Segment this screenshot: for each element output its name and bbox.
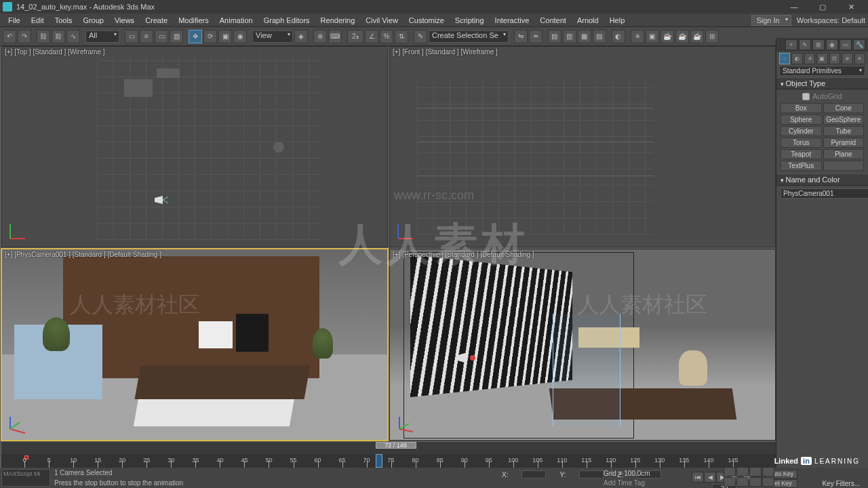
goto-start-button[interactable]: ⏮ (692, 472, 704, 483)
menu-civil-view[interactable]: Civil View (360, 15, 403, 26)
zoom-extents-all-button[interactable] (762, 467, 774, 476)
link-button[interactable]: ⛓ (37, 30, 50, 43)
geometry-icon[interactable]: ○ (779, 53, 790, 64)
render-setup-button[interactable]: ✳ (631, 30, 644, 43)
modify-tab[interactable]: ✎ (799, 39, 811, 50)
menu-graph-editors[interactable]: Graph Editors (258, 15, 315, 26)
menu-animation[interactable]: Animation (214, 15, 258, 26)
primitive-box[interactable]: Box (781, 103, 822, 113)
primitive-plane[interactable]: Plane (823, 149, 865, 159)
use-pivot-button[interactable]: ◈ (294, 30, 308, 43)
curve-editor-button[interactable]: ▦ (578, 30, 591, 43)
category-dropdown[interactable]: Standard Primitives (779, 66, 865, 76)
menu-tools[interactable]: Tools (50, 15, 78, 26)
rollout-name-color[interactable]: Name and Color (776, 174, 868, 186)
select-object-button[interactable]: ▭ (125, 30, 138, 43)
primitive-pyramid[interactable]: Pyramid (823, 138, 865, 148)
timeline-ruler[interactable]: 0510152025303540455055606570758085909510… (1, 454, 776, 468)
display-tab[interactable]: ▭ (840, 39, 852, 50)
primitive-torus[interactable]: Torus (781, 138, 822, 148)
spacewarps-icon[interactable]: ≋ (842, 53, 852, 64)
hierarchy-tab[interactable]: ⊞ (812, 39, 825, 50)
menu-group[interactable]: Group (77, 15, 109, 26)
selection-filter[interactable]: All (85, 30, 119, 43)
layers-button[interactable]: ▤ (548, 30, 561, 43)
menu-help[interactable]: Help (604, 15, 631, 26)
select-move-button[interactable]: ✥ (189, 30, 202, 43)
window-crossing-button[interactable]: ▧ (170, 30, 183, 43)
primitive-textplus[interactable]: TextPlus (781, 161, 822, 171)
material-editor-button[interactable]: ◐ (612, 30, 625, 43)
zoom-extents-button[interactable] (749, 467, 762, 476)
viewport-label-camera[interactable]: [+] [PhysCamera001 ] [Standard ] [Defaul… (5, 251, 161, 258)
autogrid-checkbox[interactable]: AutoGrid (781, 92, 864, 100)
primitive-geosphere[interactable]: GeoSphere (823, 115, 865, 125)
time-slider-thumb[interactable]: 72 / 149 (376, 442, 416, 449)
x-field[interactable] (521, 470, 546, 479)
signin-dropdown[interactable]: Sign In (751, 15, 791, 26)
render-iter-button[interactable]: ☕ (675, 30, 689, 43)
track-bar[interactable]: 72 / 149 (1, 442, 776, 454)
select-rotate-button[interactable]: ⟳ (203, 30, 217, 43)
rendered-frame-button[interactable]: ▣ (646, 30, 659, 43)
manipulate-button[interactable]: ⊕ (313, 30, 327, 43)
close-button[interactable]: ✕ (837, 0, 865, 14)
menu-content[interactable]: Content (534, 15, 572, 26)
undo-button[interactable]: ↶ (3, 30, 16, 43)
prev-frame-button[interactable]: ◀ (704, 472, 716, 483)
max-toggle-button[interactable] (762, 477, 774, 487)
menu-scripting[interactable]: Scripting (450, 15, 490, 26)
bind-spacewarp-button[interactable]: ∿ (66, 30, 80, 43)
viewport-front[interactable]: [+] [Front ] [Standard ] [Wireframe ] (389, 46, 776, 247)
render-online-button[interactable]: ⊞ (705, 30, 719, 43)
menu-create[interactable]: Create (140, 15, 173, 26)
menu-rendering[interactable]: Rendering (315, 15, 361, 26)
menu-arnold[interactable]: Arnold (572, 15, 604, 26)
viewport-label-persp[interactable]: [+] [Perspective ] [Standard ] [Default … (393, 251, 534, 258)
primitive-tube[interactable]: Tube (823, 126, 865, 136)
named-selection-sets[interactable]: Create Selection Se (429, 30, 509, 43)
rect-region-button[interactable]: ▭ (155, 30, 168, 43)
rollout-object-type[interactable]: Object Type (776, 77, 868, 89)
menu-edit[interactable]: Edit (26, 15, 50, 26)
key-filters-button[interactable]: Key Filters... (822, 480, 860, 487)
motion-tab[interactable]: ◉ (826, 39, 838, 50)
time-cursor[interactable] (376, 454, 382, 468)
workspaces-value[interactable]: Default (842, 16, 865, 24)
zoom-button[interactable] (724, 467, 736, 476)
viewport-label-top[interactable]: [+] [Top ] [Standard ] [Wireframe ] (5, 48, 105, 56)
fov-button[interactable] (724, 477, 736, 487)
snap-toggle-2[interactable]: 2₃ (347, 30, 363, 43)
unlink-button[interactable]: ⛓ (52, 30, 65, 43)
add-time-tag[interactable]: Add Time Tag (604, 479, 645, 487)
spinner-snap-button[interactable]: ⇅ (395, 30, 408, 43)
select-place-button[interactable]: ◉ (233, 30, 247, 43)
utilities-tab[interactable]: 🔧 (853, 39, 865, 50)
object-name-input[interactable] (781, 188, 868, 199)
viewport-perspective[interactable]: [+] [Perspective ] [Standard ] [Default … (389, 249, 776, 441)
viewport-top[interactable]: [+] [Top ] [Standard ] [Wireframe ] (1, 46, 388, 247)
primitive-sphere[interactable]: Sphere (781, 115, 822, 125)
create-tab[interactable]: + (785, 39, 797, 50)
menu-file[interactable]: File (3, 15, 26, 26)
viewport-camera[interactable]: [+] [PhysCamera001 ] [Standard ] [Defaul… (1, 249, 388, 441)
primitive-cylinder[interactable]: Cylinder (781, 126, 822, 136)
menu-customize[interactable]: Customize (403, 15, 450, 26)
angle-snap-button[interactable]: ∠ (365, 30, 378, 43)
pan-button[interactable] (736, 477, 749, 487)
primitive-cone[interactable]: Cone (823, 103, 865, 113)
edit-named-sel-button[interactable]: ✎ (414, 30, 427, 43)
render-activeshade-button[interactable]: ☕ (690, 30, 704, 43)
mirror-button[interactable]: ⇋ (514, 30, 528, 43)
viewport-label-front[interactable]: [+] [Front ] [Standard ] [Wireframe ] (393, 48, 498, 56)
orbit-button[interactable] (749, 477, 762, 487)
redo-button[interactable]: ↷ (18, 30, 31, 43)
select-scale-button[interactable]: ▣ (218, 30, 232, 43)
ref-coord-system[interactable]: View (252, 30, 293, 43)
shapes-icon[interactable]: ◐ (791, 53, 802, 64)
toggle-ribbon-button[interactable]: ▥ (563, 30, 576, 43)
zoom-all-button[interactable] (736, 467, 749, 476)
menu-views[interactable]: Views (109, 15, 140, 26)
align-button[interactable]: ≐ (529, 30, 542, 43)
schematic-view-button[interactable]: ▤ (593, 30, 606, 43)
